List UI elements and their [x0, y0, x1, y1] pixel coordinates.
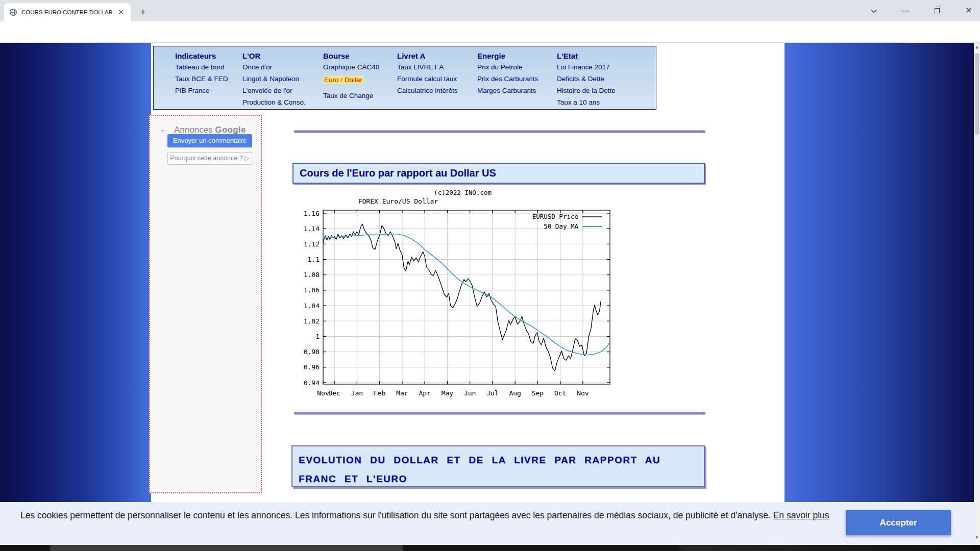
menu-col-indicateurs: Indicateurs Tableau de bord Taux BCE & F… [175, 52, 228, 98]
google-ad-panel: ←Annonces Google Envoyer un commentaire … [149, 115, 262, 493]
scrollbar-down-icon[interactable]: ▼ [974, 535, 979, 541]
browser-toolbar: ← → ↻ ⌂ france-inflation.com/graph_euro.… [0, 21, 980, 43]
menu-link-taux-10-ans[interactable]: Taux a 10 ans [557, 98, 616, 106]
ytick-label: 0.96 [304, 363, 320, 371]
menu-col-energie: Energie Prix du Petrole Prix des Carbura… [477, 52, 538, 98]
tab-search-chevron-icon[interactable] [864, 5, 884, 17]
xtick-label: Jul [486, 389, 498, 397]
section-divider [294, 130, 705, 133]
page-title: Cours de l'Euro par rapport au Dollar US [300, 167, 496, 179]
ad-why-button[interactable]: Pourquoi cette annonce ? ▷ [167, 152, 252, 165]
menu-link-pib-france[interactable]: PIB France [175, 87, 228, 94]
ytick-label: 1.04 [304, 302, 320, 310]
browser-tab[interactable]: COURS EURO CONTRE DOLLAR ✕ [4, 3, 131, 21]
chart-copyright: (c)2022 INO.com [434, 189, 492, 196]
menu-link-marges-carburants[interactable]: Marges Carburants [477, 87, 538, 94]
menu-header: L'OR [242, 52, 306, 60]
site-nav-menu: Indicateurs Tableau de bord Taux BCE & F… [153, 46, 656, 110]
ytick-label: 1.14 [304, 225, 320, 233]
ytick-label: 1.06 [304, 286, 320, 294]
menu-header: Bourse [323, 52, 379, 60]
menu-link-lingot-napoleon[interactable]: Lingot & Napoleon [242, 75, 306, 83]
menu-header: Indicateurs [175, 52, 228, 60]
cookie-message: Les cookies permettent de personnaliser … [20, 510, 771, 520]
menu-col-livret-a: Livret A Taux LIVRET A Formule calcul ta… [397, 52, 458, 98]
scrollbar-thumb[interactable] [975, 53, 979, 135]
tab-close-icon[interactable]: ✕ [116, 8, 126, 17]
window-close-button[interactable]: ✕ [959, 5, 979, 17]
ytick-label: 0.94 [304, 379, 320, 387]
menu-header: Livret A [397, 52, 458, 60]
xtick-label: Aug [509, 389, 521, 397]
tab-title: COURS EURO CONTRE DOLLAR [21, 9, 112, 15]
ytick-label: 1 [315, 333, 320, 340]
new-tab-button[interactable]: + [137, 6, 149, 18]
menu-link-production-conso[interactable]: Production & Conso. [242, 98, 306, 106]
bottom-dark-strip [0, 545, 980, 551]
legend-label: EURUSD Price [532, 213, 578, 220]
xtick-label: Mar [396, 389, 408, 397]
menu-link-tableau-de-bord[interactable]: Tableau de bord [175, 63, 228, 71]
xtick-label: Sep [532, 389, 544, 397]
xtick-label: Oct [554, 389, 566, 397]
ad-feedback-button[interactable]: Envoyer un commentaire [167, 134, 252, 147]
xtick-label: Dec [328, 389, 340, 397]
window-restore-button[interactable] [927, 5, 947, 17]
ad-header: ←Annonces Google [159, 124, 246, 135]
cookie-banner: Les cookies permettent de personnaliser … [0, 502, 974, 545]
ytick-label: 1.08 [304, 271, 320, 279]
menu-link-prix-petrole[interactable]: Prix du Petrole [477, 63, 538, 71]
ad-back-arrow-icon[interactable]: ← [159, 124, 169, 135]
menu-link-taux-bce-fed[interactable]: Taux BCE & FED [175, 75, 228, 83]
menu-link-histoire-dette[interactable]: Histoire de la Dette [557, 87, 616, 94]
cookie-text: Les cookies permettent de personnaliser … [20, 506, 837, 525]
menu-link-calculatrice[interactable]: Calculatrice intérêts [397, 87, 458, 94]
xtick-label: Feb [374, 389, 386, 397]
menu-col-or: L'OR Once d'or Lingot & Napoleon L'envol… [242, 52, 306, 110]
ytick-label: 1.1 [308, 256, 320, 263]
menu-link-deficits-dette[interactable]: Deficits & Dette [557, 75, 616, 83]
menu-header: L'Etat [557, 52, 616, 60]
ad-annonces-label: Annonces [174, 125, 213, 135]
menu-link-once-dor[interactable]: Once d'or [242, 63, 306, 71]
xtick-label: Nov [317, 389, 329, 397]
accept-cookies-button[interactable]: Accepter [846, 510, 951, 535]
menu-col-bourse: Bourse Graphique CAC40 Euro / Dollar Tau… [323, 52, 379, 104]
page-background-right [785, 43, 974, 551]
google-logo: Google [215, 125, 246, 135]
ytick-label: 1.12 [304, 240, 320, 248]
window-minimize-button[interactable]: — [895, 5, 916, 17]
legend-label: 50 Day MA [544, 222, 578, 230]
menu-link-prix-carburants[interactable]: Prix des Carburants [477, 75, 538, 83]
page-background-left [0, 43, 151, 551]
menu-link-envolee-or[interactable]: L'envolée de l'or [242, 87, 306, 94]
chart-title: FOREX Euro/US Dollar [358, 197, 438, 205]
section1-title-box: Cours de l'Euro par rapport au Dollar US [292, 163, 705, 184]
ytick-label: 1.16 [304, 210, 320, 217]
menu-link-loi-finance[interactable]: Loi Finance 2017 [557, 63, 616, 71]
ytick-label: 0.98 [304, 348, 320, 356]
menu-link-taux-de-change[interactable]: Taux de Change [323, 92, 379, 99]
ytick-label: 1.02 [304, 317, 320, 325]
globe-favicon-icon [9, 8, 17, 16]
menu-header: Energie [477, 52, 538, 60]
menu-link-euro-dollar-active[interactable]: Euro / Dollar [323, 76, 363, 84]
menu-link-formule-calcul[interactable]: Formule calcul taux [397, 75, 458, 83]
learn-more-link[interactable]: En savoir plus [773, 510, 829, 520]
section2-title: EVOLUTION DU DOLLAR ET DE LA LIVRE PAR R… [299, 455, 660, 484]
xtick-label: Nov [577, 389, 589, 397]
scrollbar-up-icon[interactable]: ▲ [974, 45, 979, 50]
menu-col-etat: L'Etat Loi Finance 2017 Deficits & Dette… [557, 52, 616, 110]
xtick-label: Jan [351, 389, 363, 397]
xtick-label: May [442, 389, 454, 397]
xtick-label: Jun [464, 389, 476, 397]
xtick-label: Apr [419, 389, 431, 397]
section2-title-box: EVOLUTION DU DOLLAR ET DE LA LIVRE PAR R… [291, 445, 705, 487]
forex-chart: 1.161.141.121.11.081.061.041.0210.980.96… [286, 184, 623, 403]
menu-link-taux-livret-a[interactable]: Taux LIVRET A [397, 63, 458, 71]
section-divider [294, 412, 705, 415]
menu-link-graphique-cac40[interactable]: Graphique CAC40 [323, 63, 379, 71]
browser-titlebar: COURS EURO CONTRE DOLLAR ✕ + — ✕ [0, 0, 980, 21]
